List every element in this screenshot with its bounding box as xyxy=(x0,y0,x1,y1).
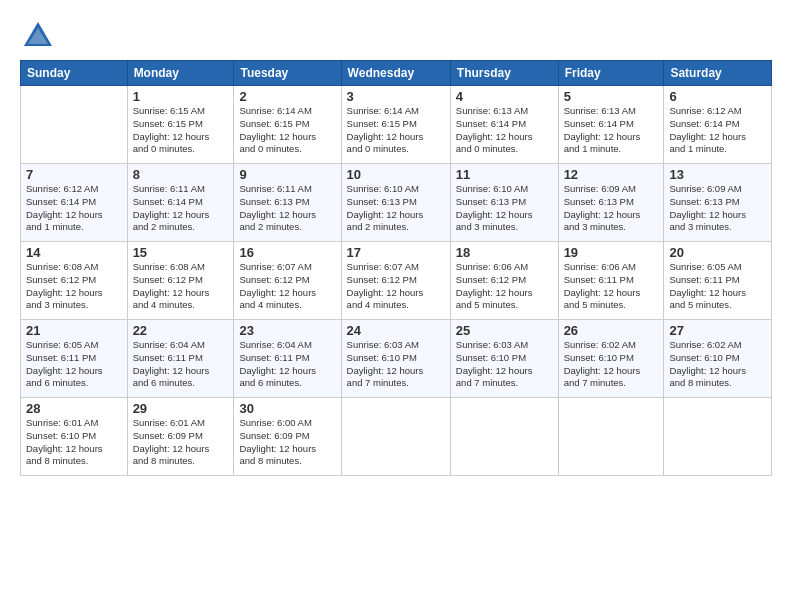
cell-info: Sunrise: 6:06 AM Sunset: 6:12 PM Dayligh… xyxy=(456,261,553,312)
calendar-week-1: 1Sunrise: 6:15 AM Sunset: 6:15 PM Daylig… xyxy=(21,86,772,164)
cell-info: Sunrise: 6:11 AM Sunset: 6:14 PM Dayligh… xyxy=(133,183,229,234)
calendar-cell: 4Sunrise: 6:13 AM Sunset: 6:14 PM Daylig… xyxy=(450,86,558,164)
calendar-cell: 25Sunrise: 6:03 AM Sunset: 6:10 PM Dayli… xyxy=(450,320,558,398)
calendar-header-sunday: Sunday xyxy=(21,61,128,86)
cell-day-number: 28 xyxy=(26,401,122,416)
page: SundayMondayTuesdayWednesdayThursdayFrid… xyxy=(0,0,792,612)
cell-info: Sunrise: 6:07 AM Sunset: 6:12 PM Dayligh… xyxy=(347,261,445,312)
cell-info: Sunrise: 6:01 AM Sunset: 6:10 PM Dayligh… xyxy=(26,417,122,468)
calendar-cell: 10Sunrise: 6:10 AM Sunset: 6:13 PM Dayli… xyxy=(341,164,450,242)
cell-day-number: 8 xyxy=(133,167,229,182)
cell-info: Sunrise: 6:09 AM Sunset: 6:13 PM Dayligh… xyxy=(669,183,766,234)
cell-info: Sunrise: 6:01 AM Sunset: 6:09 PM Dayligh… xyxy=(133,417,229,468)
cell-info: Sunrise: 6:14 AM Sunset: 6:15 PM Dayligh… xyxy=(347,105,445,156)
cell-info: Sunrise: 6:13 AM Sunset: 6:14 PM Dayligh… xyxy=(564,105,659,156)
calendar-cell: 28Sunrise: 6:01 AM Sunset: 6:10 PM Dayli… xyxy=(21,398,128,476)
cell-info: Sunrise: 6:04 AM Sunset: 6:11 PM Dayligh… xyxy=(239,339,335,390)
cell-day-number: 24 xyxy=(347,323,445,338)
calendar-week-3: 14Sunrise: 6:08 AM Sunset: 6:12 PM Dayli… xyxy=(21,242,772,320)
calendar-cell: 24Sunrise: 6:03 AM Sunset: 6:10 PM Dayli… xyxy=(341,320,450,398)
calendar-cell: 22Sunrise: 6:04 AM Sunset: 6:11 PM Dayli… xyxy=(127,320,234,398)
cell-day-number: 22 xyxy=(133,323,229,338)
calendar-cell: 5Sunrise: 6:13 AM Sunset: 6:14 PM Daylig… xyxy=(558,86,664,164)
cell-day-number: 10 xyxy=(347,167,445,182)
calendar-cell: 8Sunrise: 6:11 AM Sunset: 6:14 PM Daylig… xyxy=(127,164,234,242)
calendar-cell: 18Sunrise: 6:06 AM Sunset: 6:12 PM Dayli… xyxy=(450,242,558,320)
cell-info: Sunrise: 6:02 AM Sunset: 6:10 PM Dayligh… xyxy=(669,339,766,390)
cell-day-number: 5 xyxy=(564,89,659,104)
cell-info: Sunrise: 6:05 AM Sunset: 6:11 PM Dayligh… xyxy=(669,261,766,312)
cell-day-number: 25 xyxy=(456,323,553,338)
cell-day-number: 16 xyxy=(239,245,335,260)
cell-info: Sunrise: 6:11 AM Sunset: 6:13 PM Dayligh… xyxy=(239,183,335,234)
cell-info: Sunrise: 6:03 AM Sunset: 6:10 PM Dayligh… xyxy=(456,339,553,390)
calendar-cell: 21Sunrise: 6:05 AM Sunset: 6:11 PM Dayli… xyxy=(21,320,128,398)
calendar-cell: 30Sunrise: 6:00 AM Sunset: 6:09 PM Dayli… xyxy=(234,398,341,476)
cell-day-number: 26 xyxy=(564,323,659,338)
cell-day-number: 4 xyxy=(456,89,553,104)
cell-day-number: 15 xyxy=(133,245,229,260)
cell-day-number: 14 xyxy=(26,245,122,260)
cell-day-number: 19 xyxy=(564,245,659,260)
cell-info: Sunrise: 6:12 AM Sunset: 6:14 PM Dayligh… xyxy=(669,105,766,156)
calendar-week-4: 21Sunrise: 6:05 AM Sunset: 6:11 PM Dayli… xyxy=(21,320,772,398)
calendar-cell: 11Sunrise: 6:10 AM Sunset: 6:13 PM Dayli… xyxy=(450,164,558,242)
calendar-cell: 9Sunrise: 6:11 AM Sunset: 6:13 PM Daylig… xyxy=(234,164,341,242)
cell-day-number: 27 xyxy=(669,323,766,338)
calendar-cell xyxy=(558,398,664,476)
cell-info: Sunrise: 6:06 AM Sunset: 6:11 PM Dayligh… xyxy=(564,261,659,312)
cell-day-number: 7 xyxy=(26,167,122,182)
cell-day-number: 23 xyxy=(239,323,335,338)
cell-info: Sunrise: 6:12 AM Sunset: 6:14 PM Dayligh… xyxy=(26,183,122,234)
cell-info: Sunrise: 6:05 AM Sunset: 6:11 PM Dayligh… xyxy=(26,339,122,390)
calendar-cell xyxy=(21,86,128,164)
calendar-cell xyxy=(341,398,450,476)
cell-day-number: 20 xyxy=(669,245,766,260)
calendar-header-wednesday: Wednesday xyxy=(341,61,450,86)
calendar-header-row: SundayMondayTuesdayWednesdayThursdayFrid… xyxy=(21,61,772,86)
calendar-cell: 7Sunrise: 6:12 AM Sunset: 6:14 PM Daylig… xyxy=(21,164,128,242)
calendar-header-tuesday: Tuesday xyxy=(234,61,341,86)
calendar-week-2: 7Sunrise: 6:12 AM Sunset: 6:14 PM Daylig… xyxy=(21,164,772,242)
calendar-cell: 23Sunrise: 6:04 AM Sunset: 6:11 PM Dayli… xyxy=(234,320,341,398)
calendar-header-saturday: Saturday xyxy=(664,61,772,86)
cell-info: Sunrise: 6:07 AM Sunset: 6:12 PM Dayligh… xyxy=(239,261,335,312)
calendar-cell: 13Sunrise: 6:09 AM Sunset: 6:13 PM Dayli… xyxy=(664,164,772,242)
cell-info: Sunrise: 6:14 AM Sunset: 6:15 PM Dayligh… xyxy=(239,105,335,156)
cell-day-number: 3 xyxy=(347,89,445,104)
calendar-cell: 6Sunrise: 6:12 AM Sunset: 6:14 PM Daylig… xyxy=(664,86,772,164)
cell-day-number: 12 xyxy=(564,167,659,182)
calendar-body: 1Sunrise: 6:15 AM Sunset: 6:15 PM Daylig… xyxy=(21,86,772,476)
cell-day-number: 21 xyxy=(26,323,122,338)
calendar-cell: 1Sunrise: 6:15 AM Sunset: 6:15 PM Daylig… xyxy=(127,86,234,164)
calendar-cell: 12Sunrise: 6:09 AM Sunset: 6:13 PM Dayli… xyxy=(558,164,664,242)
cell-day-number: 9 xyxy=(239,167,335,182)
logo xyxy=(20,18,62,54)
cell-info: Sunrise: 6:09 AM Sunset: 6:13 PM Dayligh… xyxy=(564,183,659,234)
calendar-cell: 14Sunrise: 6:08 AM Sunset: 6:12 PM Dayli… xyxy=(21,242,128,320)
cell-day-number: 29 xyxy=(133,401,229,416)
calendar-header-thursday: Thursday xyxy=(450,61,558,86)
calendar-cell xyxy=(450,398,558,476)
cell-info: Sunrise: 6:08 AM Sunset: 6:12 PM Dayligh… xyxy=(26,261,122,312)
calendar-cell: 3Sunrise: 6:14 AM Sunset: 6:15 PM Daylig… xyxy=(341,86,450,164)
cell-info: Sunrise: 6:00 AM Sunset: 6:09 PM Dayligh… xyxy=(239,417,335,468)
cell-info: Sunrise: 6:10 AM Sunset: 6:13 PM Dayligh… xyxy=(347,183,445,234)
cell-info: Sunrise: 6:15 AM Sunset: 6:15 PM Dayligh… xyxy=(133,105,229,156)
cell-day-number: 6 xyxy=(669,89,766,104)
calendar-cell: 27Sunrise: 6:02 AM Sunset: 6:10 PM Dayli… xyxy=(664,320,772,398)
cell-info: Sunrise: 6:08 AM Sunset: 6:12 PM Dayligh… xyxy=(133,261,229,312)
cell-day-number: 30 xyxy=(239,401,335,416)
calendar-header-friday: Friday xyxy=(558,61,664,86)
cell-info: Sunrise: 6:10 AM Sunset: 6:13 PM Dayligh… xyxy=(456,183,553,234)
cell-info: Sunrise: 6:04 AM Sunset: 6:11 PM Dayligh… xyxy=(133,339,229,390)
calendar-cell: 17Sunrise: 6:07 AM Sunset: 6:12 PM Dayli… xyxy=(341,242,450,320)
calendar-week-5: 28Sunrise: 6:01 AM Sunset: 6:10 PM Dayli… xyxy=(21,398,772,476)
calendar-cell: 26Sunrise: 6:02 AM Sunset: 6:10 PM Dayli… xyxy=(558,320,664,398)
calendar-cell xyxy=(664,398,772,476)
calendar-cell: 29Sunrise: 6:01 AM Sunset: 6:09 PM Dayli… xyxy=(127,398,234,476)
calendar-cell: 20Sunrise: 6:05 AM Sunset: 6:11 PM Dayli… xyxy=(664,242,772,320)
cell-info: Sunrise: 6:03 AM Sunset: 6:10 PM Dayligh… xyxy=(347,339,445,390)
cell-day-number: 2 xyxy=(239,89,335,104)
calendar-table: SundayMondayTuesdayWednesdayThursdayFrid… xyxy=(20,60,772,476)
